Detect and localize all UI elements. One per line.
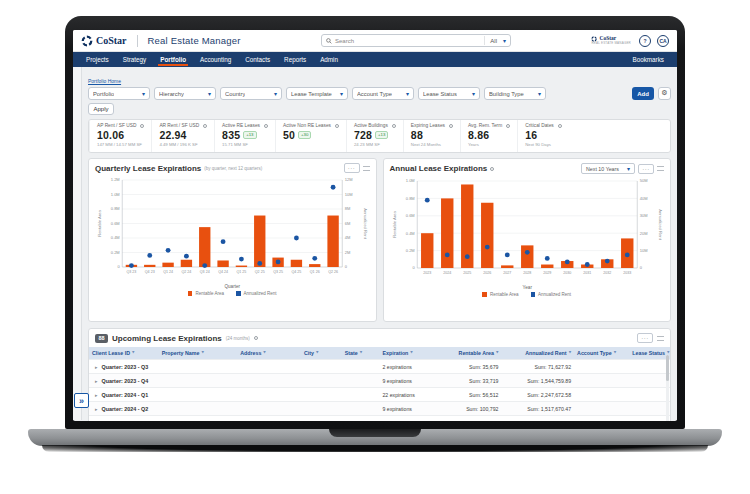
column-header-label: Annualized Rent: [525, 350, 567, 356]
filter-dropdown[interactable]: Lease Template ▾: [286, 87, 348, 100]
filter-icon[interactable]: ▼: [201, 351, 203, 354]
svg-text:0.8M: 0.8M: [405, 196, 414, 201]
chevron-down-icon: ▾: [340, 91, 343, 97]
table-row[interactable]: ▸ Quarter: 2024 - Q1 22 expirations Sum:…: [89, 387, 670, 401]
expand-caret-icon[interactable]: ▸: [95, 406, 98, 412]
filter-icon[interactable]: ▼: [614, 351, 616, 354]
filter-icon[interactable]: ▼: [569, 351, 571, 354]
drag-handle-icon[interactable]: [363, 166, 370, 171]
add-button[interactable]: Add: [632, 87, 654, 100]
nav-item-bookmarks[interactable]: Bookmarks: [626, 52, 672, 67]
svg-text:0.4M: 0.4M: [405, 231, 414, 236]
column-header-label: City: [304, 350, 314, 356]
filter-dropdown[interactable]: Lease Status ▾: [418, 87, 480, 100]
svg-text:Q2 25: Q2 25: [255, 271, 265, 275]
chevron-down-icon: ▾: [472, 91, 475, 97]
avatar[interactable]: CA: [657, 35, 669, 47]
app-topbar: CoStar Real Estate Manager Search All ▾: [73, 30, 677, 52]
legend-swatch-bar: [188, 291, 193, 296]
filter-dropdown-label: Hierarchy: [159, 91, 184, 97]
legend-swatch-bar: [482, 292, 487, 297]
more-menu-button[interactable]: ···: [637, 333, 653, 343]
info-icon[interactable]: [490, 167, 494, 171]
filter-dropdown[interactable]: Hierarchy ▾: [154, 87, 216, 100]
nav-item[interactable]: Accounting: [193, 52, 238, 67]
table-row[interactable]: ▸ Quarter: 2024 - Q3: [89, 415, 670, 421]
svg-text:0: 0: [412, 265, 415, 270]
nav-item[interactable]: Reports: [277, 52, 313, 67]
column-header[interactable]: City ▼: [301, 350, 342, 356]
expand-caret-icon[interactable]: ▸: [95, 364, 98, 370]
filter-dropdown[interactable]: Portfolio ▾: [88, 87, 150, 100]
kpi-strip: AP Rent / SF USD 10.06 147 MM / 14.57 MM…: [88, 119, 671, 153]
info-icon[interactable]: [558, 124, 562, 128]
column-header[interactable]: Property Name ▼: [159, 350, 237, 356]
page: CoStar Real Estate Manager Search All ▾: [0, 0, 750, 494]
row-group-label: Quarter: 2023 - Q4: [102, 378, 149, 384]
drag-handle-icon[interactable]: [657, 166, 664, 171]
info-icon[interactable]: [449, 124, 453, 128]
table-row[interactable]: ▸ Quarter: 2023 - Q3 2 expirations Sum: …: [89, 359, 670, 373]
column-header[interactable]: Client Lease ID ▼: [89, 350, 159, 356]
filter-icon[interactable]: ▼: [410, 351, 412, 354]
filter-icon[interactable]: ▼: [316, 351, 318, 354]
filter-dropdown[interactable]: Country ▾: [220, 87, 282, 100]
info-icon[interactable]: [254, 336, 258, 340]
filter-icon[interactable]: ▼: [132, 351, 134, 354]
kpi-tile: Critical Dates 16 Next 90 Days: [517, 120, 569, 152]
column-header[interactable]: Lease Status ▼: [629, 350, 670, 356]
apply-button[interactable]: Apply: [88, 103, 114, 115]
table-row[interactable]: ▸ Quarter: 2023 - Q4 9 expirations Sum: …: [89, 373, 670, 387]
column-header[interactable]: Expiration ▼: [379, 350, 437, 356]
kpi-value: 10.06: [97, 129, 124, 141]
nav-item[interactable]: Strategy: [116, 52, 153, 67]
mini-brand-subtitle: REAL ESTATE MANAGER: [591, 42, 631, 45]
info-icon[interactable]: [264, 124, 268, 128]
chevron-down-icon: ▾: [627, 166, 630, 172]
info-icon[interactable]: [140, 124, 144, 128]
column-header-label: Property Name: [162, 350, 200, 356]
svg-text:2028: 2028: [523, 272, 531, 276]
filter-dropdown[interactable]: Building Type ▾: [484, 87, 546, 100]
expand-caret-icon[interactable]: ▸: [95, 392, 98, 398]
column-header[interactable]: Rentable Area ▼: [438, 350, 502, 356]
column-header[interactable]: Address ▼: [237, 350, 301, 356]
search-input[interactable]: Search All ▾: [321, 34, 511, 47]
filter-dropdown[interactable]: Account Type ▾: [352, 87, 414, 100]
svg-text:4M: 4M: [345, 235, 351, 240]
search-scope-select[interactable]: All ▾: [484, 36, 506, 45]
more-menu-button[interactable]: ···: [344, 163, 360, 173]
info-icon[interactable]: [506, 124, 510, 128]
kpi-label: AP Rent / SF USD: [97, 123, 136, 128]
table-title: Upcoming Lease Expirations: [112, 334, 222, 343]
nav-item[interactable]: Projects: [79, 52, 116, 67]
range-selector[interactable]: Next 10 Years ▾: [581, 163, 635, 174]
svg-text:2033: 2033: [623, 272, 631, 276]
sidebar-expand-button[interactable]: »: [74, 393, 89, 408]
info-icon[interactable]: [335, 124, 339, 128]
expand-caret-icon[interactable]: ▸: [95, 378, 98, 384]
drag-handle-icon[interactable]: [657, 336, 664, 341]
help-button[interactable]: ?: [639, 35, 651, 47]
svg-text:50M: 50M: [639, 178, 647, 183]
column-header[interactable]: Annualized Rent ▼: [501, 350, 574, 356]
info-icon[interactable]: [392, 124, 396, 128]
nav-item[interactable]: Admin: [313, 52, 345, 67]
filter-dropdown-label: Lease Status: [423, 91, 457, 97]
more-menu-button[interactable]: ···: [638, 164, 654, 174]
info-icon[interactable]: [203, 124, 207, 128]
gear-icon[interactable]: ⚙: [658, 87, 671, 100]
svg-text:Q1 24: Q1 24: [163, 271, 173, 275]
breadcrumb[interactable]: Portfolio Home: [88, 78, 121, 84]
nav-item[interactable]: Contacts: [238, 52, 277, 67]
column-header[interactable]: Account Type ▼: [574, 350, 629, 356]
table-row[interactable]: ▸ Quarter: 2024 - Q2 9 expirations Sum: …: [89, 401, 670, 415]
filter-icon[interactable]: ▼: [360, 351, 362, 354]
column-header[interactable]: State ▼: [342, 350, 380, 356]
cell-rentable-area: Sum: 33,719: [438, 378, 502, 384]
expand-caret-icon[interactable]: ▸: [95, 420, 98, 422]
filter-icon[interactable]: ▼: [263, 351, 265, 354]
filter-icon[interactable]: ▼: [496, 351, 498, 354]
nav-item[interactable]: Portfolio: [153, 52, 193, 67]
table-scrollbar[interactable]: [666, 355, 669, 421]
